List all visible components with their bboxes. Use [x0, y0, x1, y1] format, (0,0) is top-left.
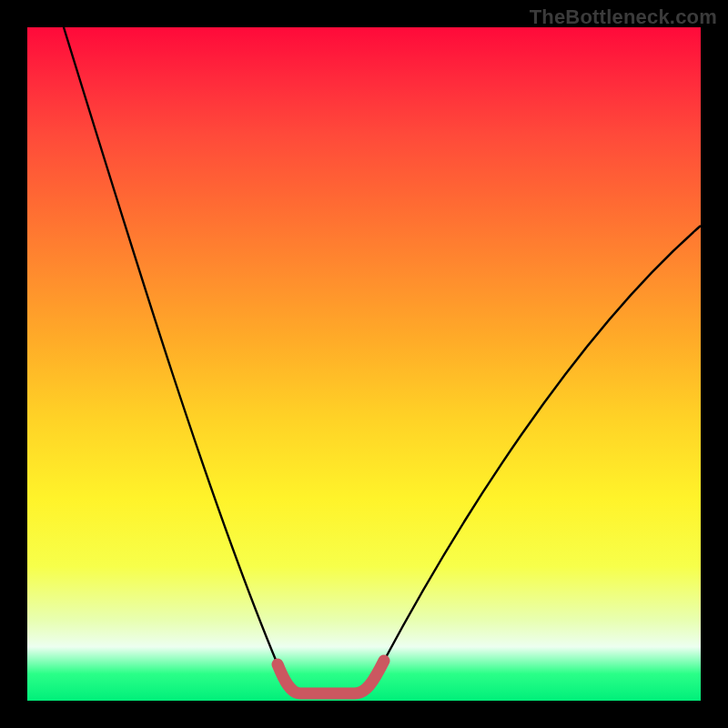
curve-layer	[27, 27, 701, 701]
watermark-text: TheBottleneck.com	[530, 5, 717, 29]
valley-highlight-segment	[278, 661, 384, 693]
chart-frame: TheBottleneck.com	[0, 0, 728, 728]
bottleneck-curve	[64, 27, 701, 693]
gradient-plot-area	[27, 27, 701, 701]
